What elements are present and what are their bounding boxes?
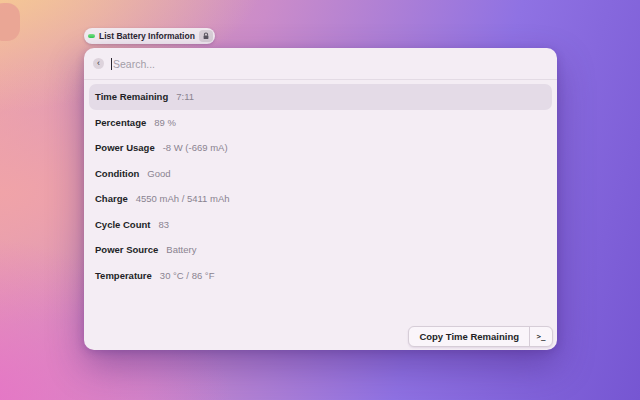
search-input[interactable] — [112, 58, 548, 70]
item-value: 7:11 — [176, 91, 194, 102]
list-item[interactable]: Power Usage -8 W (-669 mA) — [89, 135, 552, 161]
item-value: Battery — [166, 244, 196, 255]
list-item[interactable]: Power Source Battery — [89, 237, 552, 263]
lock-icon — [202, 32, 210, 40]
command-title-pill[interactable]: List Battery Information — [84, 28, 215, 44]
list-item[interactable]: Temperature 30 °C / 86 °F — [89, 263, 552, 289]
item-label: Cycle Count — [95, 219, 150, 230]
list-item[interactable]: Condition Good — [89, 161, 552, 187]
item-label: Time Remaining — [95, 91, 168, 102]
item-label: Power Source — [95, 244, 158, 255]
item-value: Good — [147, 168, 170, 179]
item-label: Temperature — [95, 270, 152, 281]
copy-time-remaining-button[interactable]: Copy Time Remaining — [409, 327, 529, 346]
item-value: 4550 mAh / 5411 mAh — [136, 193, 230, 204]
chevron-left-icon: ‹ — [97, 59, 100, 68]
background-blob — [0, 3, 20, 41]
command-title: List Battery Information — [99, 31, 195, 41]
battery-info-list: Time Remaining 7:11 Percentage 89 % Powe… — [84, 80, 557, 288]
search-bar: ‹ — [84, 48, 557, 79]
terminal-shortcut-button[interactable]: >_ — [530, 327, 552, 346]
list-item[interactable]: Time Remaining 7:11 — [89, 84, 552, 110]
item-value: -8 W (-669 mA) — [163, 142, 228, 153]
list-item[interactable]: Percentage 89 % — [89, 110, 552, 136]
primary-action-group: Copy Time Remaining >_ — [408, 326, 553, 347]
battery-command-icon — [88, 34, 95, 38]
action-bar: Copy Time Remaining >_ — [408, 326, 553, 347]
terminal-icon: >_ — [536, 332, 545, 341]
item-value: 30 °C / 86 °F — [160, 270, 215, 281]
lock-badge — [199, 30, 213, 42]
item-label: Power Usage — [95, 142, 155, 153]
item-label: Condition — [95, 168, 139, 179]
item-label: Charge — [95, 193, 128, 204]
launcher-window: ‹ Time Remaining 7:11 Percentage 89 % Po… — [84, 48, 557, 350]
list-item[interactable]: Charge 4550 mAh / 5411 mAh — [89, 186, 552, 212]
list-item[interactable]: Cycle Count 83 — [89, 212, 552, 238]
item-value: 83 — [158, 219, 169, 230]
item-label: Percentage — [95, 117, 146, 128]
item-value: 89 % — [154, 117, 176, 128]
back-button[interactable]: ‹ — [93, 58, 104, 69]
